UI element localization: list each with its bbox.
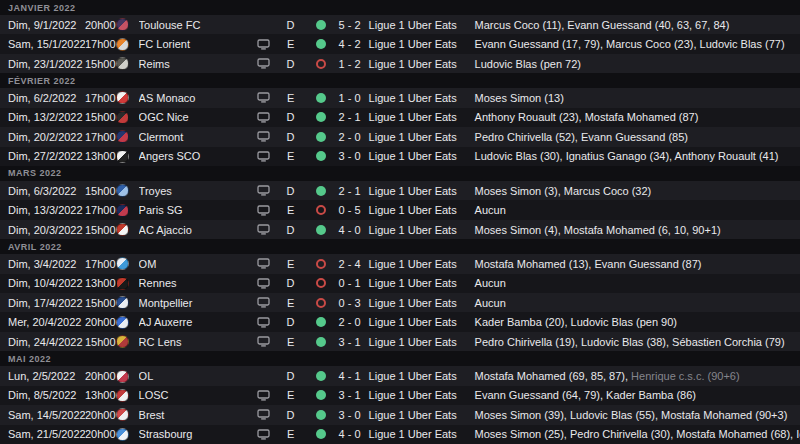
opponent-name: Angers SCO [139, 150, 252, 162]
match-row[interactable]: Dim, 20/2/2022 17h00 Clermont D 2 - 0 Li… [0, 127, 800, 146]
competition-name: Ligue 1 Uber Eats [364, 428, 471, 440]
match-time: 15h00 [85, 111, 116, 123]
scorers-main: Ludovic Blas (pen 72) [475, 58, 581, 70]
match-row[interactable]: Dim, 9/1/2022 20h00 Toulouse FC D 5 - 2 … [0, 15, 800, 34]
scorers: Moses Simon (13) [471, 92, 800, 104]
scorers-main: Mostafa Mohamed (69, 85, 87), [475, 370, 628, 382]
tv-icon [257, 278, 270, 289]
club-badge-icon [116, 335, 129, 348]
competition-name: Ligue 1 Uber Eats [364, 316, 471, 328]
match-score: 2 - 0 [336, 316, 364, 328]
scorers-main: Aucun [475, 204, 506, 216]
scorers: Evann Guessand (64, 79), Kader Bamba (86… [471, 389, 800, 401]
venue-indicator: D [276, 58, 306, 70]
match-time: 17h00 [85, 131, 116, 143]
opponent-name: LOSC [139, 389, 252, 401]
venue-indicator: E [276, 38, 306, 50]
match-date: Dim, 13/2/2022 [0, 111, 85, 123]
match-date: Dim, 17/4/2022 [0, 297, 85, 309]
match-date: Sam, 14/5/2022 [0, 409, 85, 421]
scorers: Evann Guessand (17, 79), Marcus Coco (23… [471, 38, 800, 50]
match-row[interactable]: Sam, 15/1/2022 17h00 FC Lorient E 4 - 2 … [0, 34, 800, 53]
club-badge-icon [116, 204, 129, 217]
club-badge-icon [116, 111, 129, 124]
scorers: Marcus Coco (11), Evann Guessand (40, 63… [471, 19, 800, 31]
venue-indicator: E [276, 428, 306, 440]
club-badge-icon [116, 408, 129, 421]
match-row[interactable]: Lun, 2/5/2022 20h00 OL D 4 - 1 Ligue 1 U… [0, 366, 800, 385]
venue-indicator: E [276, 389, 306, 401]
result-icon [316, 371, 326, 381]
match-time: 20h00 [85, 370, 116, 382]
tv-icon [257, 390, 270, 401]
result-icon [316, 317, 326, 327]
match-row[interactable]: Dim, 8/5/2022 13h00 LOSC E 3 - 1 Ligue 1… [0, 386, 800, 405]
match-time: 13h00 [85, 389, 116, 401]
opponent-name: AC Ajaccio [139, 224, 252, 236]
competition-name: Ligue 1 Uber Eats [364, 204, 471, 216]
club-badge-icon [116, 91, 129, 104]
match-score: 0 - 5 [336, 204, 364, 216]
opponent-name: FC Lorient [139, 38, 252, 50]
match-row[interactable]: Dim, 3/4/2022 17h00 OM E 2 - 4 Ligue 1 U… [0, 254, 800, 273]
venue-indicator: D [276, 19, 306, 31]
match-row[interactable]: Dim, 13/3/2022 17h00 Paris SG E 0 - 5 Li… [0, 200, 800, 219]
match-score: 4 - 0 [336, 428, 364, 440]
opponent-name: OL [139, 370, 252, 382]
match-score: 3 - 0 [336, 150, 364, 162]
scorers-main: Aucun [475, 277, 506, 289]
club-badge-icon [116, 223, 129, 236]
competition-name: Ligue 1 Uber Eats [364, 150, 471, 162]
match-row[interactable]: Dim, 6/3/2022 15h00 Troyes D 2 - 1 Ligue… [0, 181, 800, 200]
match-row[interactable]: Dim, 17/4/2022 15h00 Montpellier E 0 - 3… [0, 293, 800, 312]
venue-indicator: D [276, 185, 306, 197]
match-time: 13h00 [85, 150, 116, 162]
result-icon [316, 298, 326, 308]
scorers: Moses Simon (3), Marcus Coco (32) [471, 185, 800, 197]
club-badge-icon [116, 370, 129, 383]
match-date: Dim, 6/2/2022 [0, 92, 85, 104]
competition-name: Ligue 1 Uber Eats [364, 258, 471, 270]
match-row[interactable]: Sam, 21/5/2022 20h00 Strasbourg E 4 - 0 … [0, 425, 800, 444]
competition-name: Ligue 1 Uber Eats [364, 297, 471, 309]
match-row[interactable]: Mer, 20/4/2022 20h00 AJ Auxerre D 2 - 0 … [0, 312, 800, 331]
month-header: AVRIL 2022 [0, 239, 800, 254]
venue-indicator: E [276, 258, 306, 270]
opponent-name: OGC Nice [139, 111, 252, 123]
competition-name: Ligue 1 Uber Eats [364, 336, 471, 348]
result-icon [316, 59, 326, 69]
scorers: Aucun [471, 277, 800, 289]
match-row[interactable]: Dim, 13/2/2022 15h00 OGC Nice D 2 - 1 Li… [0, 108, 800, 127]
match-row[interactable]: Sam, 14/5/2022 20h00 Brest D 3 - 0 Ligue… [0, 405, 800, 424]
match-row[interactable]: Dim, 23/1/2022 15h00 Reims D 1 - 2 Ligue… [0, 54, 800, 73]
match-score: 4 - 0 [336, 224, 364, 236]
club-badge-icon [116, 18, 129, 31]
match-time: 15h00 [85, 185, 116, 197]
month-header-label: AVRIL 2022 [8, 242, 62, 252]
venue-indicator: E [276, 204, 306, 216]
match-row[interactable]: Dim, 24/4/2022 15h00 RC Lens E 3 - 1 Lig… [0, 332, 800, 351]
match-row[interactable]: Dim, 6/2/2022 17h00 AS Monaco E 1 - 0 Li… [0, 88, 800, 107]
scorers-main: Pedro Chirivella (52), Evann Guessand (8… [475, 131, 688, 143]
club-badge-icon [116, 184, 129, 197]
match-score: 2 - 0 [336, 131, 364, 143]
scorers-main: Moses Simon (4), Mostafa Mohamed (6, 10,… [475, 224, 721, 236]
match-time: 20h00 [85, 19, 116, 31]
competition-name: Ligue 1 Uber Eats [364, 19, 471, 31]
match-date: Lun, 2/5/2022 [0, 370, 85, 382]
competition-name: Ligue 1 Uber Eats [364, 389, 471, 401]
competition-name: Ligue 1 Uber Eats [364, 131, 471, 143]
scorers: Anthony Rouault (23), Mostafa Mohamed (8… [471, 111, 800, 123]
opponent-name: Paris SG [139, 204, 252, 216]
scorers: Aucun [471, 297, 800, 309]
club-badge-icon [116, 277, 129, 290]
opponent-name: Brest [139, 409, 252, 421]
match-row[interactable]: Dim, 27/2/2022 13h00 Angers SCO E 3 - 0 … [0, 147, 800, 166]
match-date: Dim, 3/4/2022 [0, 258, 85, 270]
result-icon [316, 429, 326, 439]
match-row[interactable]: Dim, 20/3/2022 15h00 AC Ajaccio D 4 - 0 … [0, 220, 800, 239]
opponent-name: Strasbourg [139, 428, 252, 440]
competition-name: Ligue 1 Uber Eats [364, 38, 471, 50]
match-row[interactable]: Dim, 10/4/2022 13h00 Rennes D 0 - 1 Ligu… [0, 274, 800, 293]
tv-icon [257, 409, 270, 420]
